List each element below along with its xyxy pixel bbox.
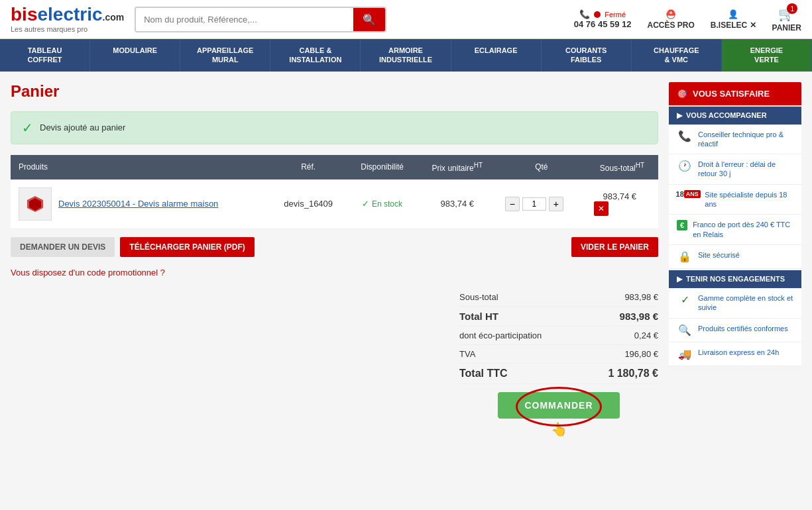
qty-increase-button[interactable]: + [549,197,563,211]
main-content: Panier ✓ Devis ajouté au panier Produits… [0,72,812,448]
sous-total-label: Sous-total [459,292,498,302]
success-check-icon: ✓ [22,120,33,136]
total-ttc-value: 1 180,78 € [608,368,658,380]
alert-message: Devis ajouté au panier [40,123,125,132]
commander-button[interactable]: COMMANDER [498,392,619,419]
livraison-text: Livraison express en 24h [698,348,779,357]
search-input[interactable] [136,8,353,31]
page-title: Panier [11,82,658,101]
sous-total-row: Sous-total 983,98 € [459,288,658,307]
nav-eclairage[interactable]: ECLAIRAGE [451,39,542,72]
satisfy-title: VOUS SATISFAIRE [693,89,770,99]
total-ht-row: Total HT 983,98 € [459,307,658,327]
franco-text: Franco de port dès 240 € TTC en Relais [693,220,793,239]
user-icon: 👤 [728,9,738,19]
remove-item-button[interactable]: ✕ [594,201,609,216]
cart-actions: DEMANDER UN DEVIS TÉLÉCHARGER PANIER (PD… [11,237,658,257]
clock-sidebar-icon: 🕐 [677,160,693,172]
sidebar-item-franco: € Franco de port dès 240 € TTC en Relais [669,215,801,245]
main-nav: TABLEAUCOFFRET MODULAIRE APPAREILLAGEMUR… [0,39,812,72]
status-dot [594,11,601,18]
phone-icon: 📞 [579,9,590,19]
phone-number: 04 76 45 59 12 [574,19,632,29]
biselec-label: B.ISELEC ✕ [711,21,756,30]
nav-modulaire[interactable]: MODULAIRE [90,39,180,72]
qty-control: − + [505,197,578,211]
nav-chauffage[interactable]: CHAUFFAGE& VMC [632,39,722,72]
total-ht-label: Total HT [459,311,498,322]
header-icons: 📞 Fermé 04 76 45 59 12 ⛑️ ACCÈS PRO 👤 B.… [574,6,801,32]
sidebar-item-livraison: 🚚 Livraison express en 24h [669,342,801,366]
product-ref: devis_16409 [270,179,347,229]
arrow-right-icon: ▶ [677,111,682,120]
lock-sidebar-icon: 🔒 [677,250,693,263]
retour-text: Droit à l'erreur : délai de retour 30 j [698,160,793,179]
logo-electric: electric [37,4,102,25]
eco-value: 0,24 € [634,331,658,340]
cart-count: 1 [787,3,797,14]
col-product: Produits [11,155,270,179]
stock-status: En stock [372,199,402,209]
acces-pro-button[interactable]: ⛑️ ACCÈS PRO [648,9,695,30]
header: biselectric.com Les autres marques pro 🔍… [0,0,812,39]
certifies-text: Produits certifiés conformes [698,324,788,333]
sous-total-value: 983,98 € [624,292,658,302]
commander-wrapper: COMMANDER 👆 [459,392,658,437]
nav-courants[interactable]: COURANTSFAIBLES [542,39,632,72]
arrow-right-icon-2: ▶ [677,275,682,283]
product-price: 983,74 € [418,179,497,229]
sidebar-item-conseiller: 📞 Conseiller technique pro & réactif [669,125,801,155]
ferme-label: Fermé [605,11,626,19]
sidebar-section-accompagner: ▶ VOUS ACCOMPAGNER [669,107,801,125]
euro-sidebar-icon: € [677,220,687,230]
nav-armoire[interactable]: ARMOIREINDUSTRIELLE [361,39,451,72]
trophy-icon: 🎯 [677,89,687,99]
nav-energie[interactable]: ENERGIEVERTE [722,39,812,72]
eco-participation-row: dont éco-participation 0,24 € [459,327,658,345]
logo[interactable]: biselectric.com Les autres marques pro [11,5,124,33]
nav-appareillage[interactable]: APPAREILLAGEMURAL [180,39,270,72]
search-button[interactable]: 🔍 [353,8,385,31]
col-dispo: Disponibilité [347,155,418,179]
cart-label: PANIER [772,23,801,32]
qty-decrease-button[interactable]: − [505,197,520,211]
cart-content: Panier ✓ Devis ajouté au panier Produits… [11,82,658,437]
col-ref: Réf. [270,155,347,179]
nav-cable[interactable]: CABLE &INSTALLATION [270,39,361,72]
biselec-button[interactable]: 👤 B.ISELEC ✕ [711,9,756,30]
stock-check-icon: ✓ [362,199,369,209]
col-subtotal: Sous-totalHT [586,155,658,179]
promo-link[interactable]: Vous disposez d'un code promotionnel ? [11,268,658,278]
phone-icon-block: 📞 Fermé 04 76 45 59 12 [574,9,632,29]
cursor-hand-icon: 👆 [551,422,567,436]
eco-label: dont éco-participation [459,331,542,340]
qty-input[interactable] [522,197,546,211]
section-accompagner-label: VOUS ACCOMPAGNER [686,111,767,119]
download-panier-button[interactable]: TÉLÉCHARGER PANIER (PDF) [120,237,254,257]
cart-button[interactable]: 🛒 1 PANIER [772,6,801,32]
gamme-text: Gamme complète en stock et suivie [698,293,793,313]
alert-success: ✓ Devis ajouté au panier [11,111,658,144]
total-ht-value: 983,98 € [620,311,658,322]
magento-icon [25,194,45,214]
demander-devis-button[interactable]: DEMANDER UN DEVIS [11,237,115,257]
check-sidebar-icon: ✓ [677,293,693,306]
sidebar-item-securise: 🔒 Site sécurisé [669,245,801,269]
acces-pro-label: ACCÈS PRO [648,21,695,30]
col-price: Prix unitaireHT [418,155,497,179]
phone-sidebar-icon: 📞 [677,130,693,142]
sidebar-item-specialiste: 18ANS Site spécialiste depuis 18 ans [669,185,801,215]
certified-sidebar-icon: 🔍 [677,324,693,336]
conseiller-text: Conseiller technique pro & réactif [698,130,793,149]
nav-tableau[interactable]: TABLEAUCOFFRET [0,39,90,72]
section-engagements-label: TENIR NOS ENGAGEMENTS [686,275,785,283]
row-subtotal: 983,74 € [603,191,636,201]
sidebar: 🎯 VOUS SATISFAIRE ▶ VOUS ACCOMPAGNER 📞 C… [669,82,801,437]
sidebar-satisfy-header: 🎯 VOUS SATISFAIRE [669,82,801,105]
hard-hat-icon: ⛑️ [666,9,676,19]
tva-label: TVA [459,349,475,359]
vider-panier-button[interactable]: VIDER LE PANIER [571,237,658,257]
product-name[interactable]: Devis 2023050014 - Devis alarme maison [58,199,218,209]
total-ttc-label: Total TTC [459,368,508,380]
col-qty: Qté [497,155,586,179]
